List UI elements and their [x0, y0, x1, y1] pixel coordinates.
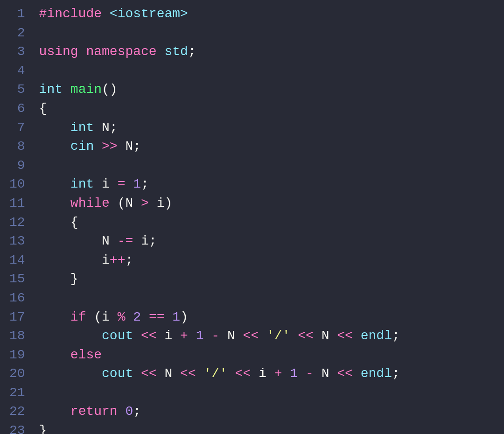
code-line-11: while (N > i) — [39, 194, 504, 213]
line-num-22: 22 — [9, 402, 25, 421]
code-line-3: using namespace std; — [39, 42, 504, 62]
line-num-16: 16 — [9, 289, 25, 308]
code-line-22: return 0; — [39, 402, 504, 421]
line-num-13: 13 — [9, 232, 25, 251]
code-line-20: cout << N << '/' << i + 1 - N << endl; — [39, 364, 504, 384]
code-line-23: } — [39, 421, 504, 434]
line-num-6: 6 — [9, 99, 25, 119]
code-line-5: int main() — [39, 80, 504, 99]
code-line-4 — [39, 62, 504, 81]
line-num-2: 2 — [9, 24, 25, 43]
line-num-11: 11 — [9, 194, 25, 213]
line-numbers: 1 2 3 4 5 6 7 8 9 10 11 12 13 14 15 16 1… — [0, 5, 35, 429]
code-line-19: else — [39, 346, 504, 365]
line-num-15: 15 — [9, 270, 25, 289]
code-line-7: int N; — [39, 119, 504, 138]
code-line-17: if (i % 2 == 1) — [39, 308, 504, 327]
line-num-1: 1 — [9, 5, 25, 24]
line-num-18: 18 — [9, 327, 25, 346]
code-line-14: i++; — [39, 251, 504, 270]
line-num-14: 14 — [9, 251, 25, 270]
code-line-12: { — [39, 213, 504, 232]
code-line-18: cout << i + 1 - N << '/' << N << endl; — [39, 327, 504, 346]
line-num-19: 19 — [9, 346, 25, 365]
code-area[interactable]: #include <iostream> using namespace std;… — [35, 5, 504, 429]
code-line-13: N -= i; — [39, 232, 504, 251]
line-num-21: 21 — [9, 384, 25, 403]
code-line-1: #include <iostream> — [39, 5, 504, 24]
line-num-9: 9 — [9, 156, 25, 175]
line-num-5: 5 — [9, 80, 25, 99]
line-num-7: 7 — [9, 119, 25, 138]
line-num-4: 4 — [9, 62, 25, 81]
line-num-12: 12 — [9, 213, 25, 232]
code-line-6: { — [39, 99, 504, 119]
code-line-8: cin >> N; — [39, 137, 504, 156]
code-line-16 — [39, 289, 504, 308]
line-num-20: 20 — [9, 364, 25, 384]
line-num-17: 17 — [9, 308, 25, 327]
code-line-2 — [39, 24, 504, 43]
code-line-9 — [39, 156, 504, 175]
line-num-23: 23 — [9, 421, 25, 434]
code-line-21 — [39, 384, 504, 403]
code-line-15: } — [39, 270, 504, 289]
line-num-8: 8 — [9, 137, 25, 156]
code-editor: 1 2 3 4 5 6 7 8 9 10 11 12 13 14 15 16 1… — [0, 0, 504, 434]
code-line-10: int i = 1; — [39, 175, 504, 194]
line-num-3: 3 — [9, 42, 25, 62]
line-num-10: 10 — [9, 175, 25, 194]
